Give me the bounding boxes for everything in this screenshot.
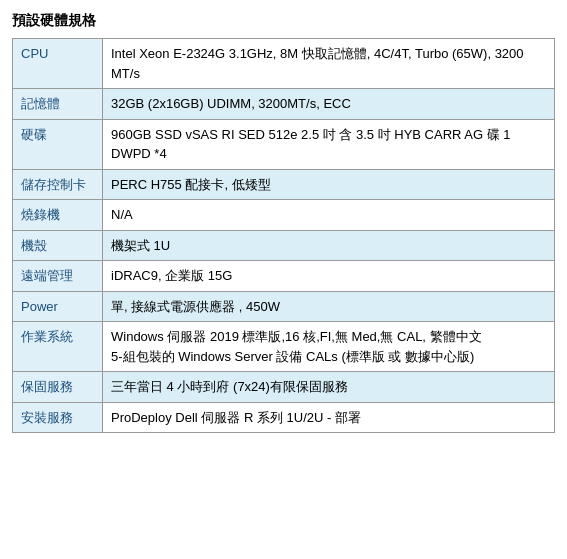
- table-row: 燒錄機N/A: [13, 200, 555, 231]
- spec-value: ProDeploy Dell 伺服器 R 系列 1U/2U - 部署: [103, 402, 555, 433]
- spec-label: 儲存控制卡: [13, 169, 103, 200]
- spec-label: 記憶體: [13, 89, 103, 120]
- table-row: 機殼機架式 1U: [13, 230, 555, 261]
- spec-value: Intel Xeon E-2324G 3.1GHz, 8M 快取記憶體, 4C/…: [103, 39, 555, 89]
- table-row: 保固服務三年當日 4 小時到府 (7x24)有限保固服務: [13, 372, 555, 403]
- spec-value: PERC H755 配接卡, 低矮型: [103, 169, 555, 200]
- spec-value: 機架式 1U: [103, 230, 555, 261]
- table-row: 儲存控制卡PERC H755 配接卡, 低矮型: [13, 169, 555, 200]
- spec-value: iDRAC9, 企業版 15G: [103, 261, 555, 292]
- spec-label: 作業系統: [13, 322, 103, 372]
- spec-label: 遠端管理: [13, 261, 103, 292]
- spec-value: 960GB SSD vSAS RI SED 512e 2.5 吋 含 3.5 吋…: [103, 119, 555, 169]
- spec-value: N/A: [103, 200, 555, 231]
- page-title: 預設硬體規格: [12, 12, 555, 30]
- table-row: 作業系統Windows 伺服器 2019 標準版,16 核,FI,無 Med,無…: [13, 322, 555, 372]
- table-row: 記憶體32GB (2x16GB) UDIMM, 3200MT/s, ECC: [13, 89, 555, 120]
- specs-table: CPUIntel Xeon E-2324G 3.1GHz, 8M 快取記憶體, …: [12, 38, 555, 433]
- spec-label: 機殼: [13, 230, 103, 261]
- spec-label: Power: [13, 291, 103, 322]
- spec-value: 三年當日 4 小時到府 (7x24)有限保固服務: [103, 372, 555, 403]
- spec-label: 燒錄機: [13, 200, 103, 231]
- spec-label: 保固服務: [13, 372, 103, 403]
- table-row: Power單, 接線式電源供應器 , 450W: [13, 291, 555, 322]
- table-row: 遠端管理iDRAC9, 企業版 15G: [13, 261, 555, 292]
- spec-value: 32GB (2x16GB) UDIMM, 3200MT/s, ECC: [103, 89, 555, 120]
- spec-label: 安裝服務: [13, 402, 103, 433]
- table-row: CPUIntel Xeon E-2324G 3.1GHz, 8M 快取記憶體, …: [13, 39, 555, 89]
- spec-label: CPU: [13, 39, 103, 89]
- spec-label: 硬碟: [13, 119, 103, 169]
- table-row: 安裝服務ProDeploy Dell 伺服器 R 系列 1U/2U - 部署: [13, 402, 555, 433]
- spec-value: 單, 接線式電源供應器 , 450W: [103, 291, 555, 322]
- table-row: 硬碟960GB SSD vSAS RI SED 512e 2.5 吋 含 3.5…: [13, 119, 555, 169]
- spec-value: Windows 伺服器 2019 標準版,16 核,FI,無 Med,無 CAL…: [103, 322, 555, 372]
